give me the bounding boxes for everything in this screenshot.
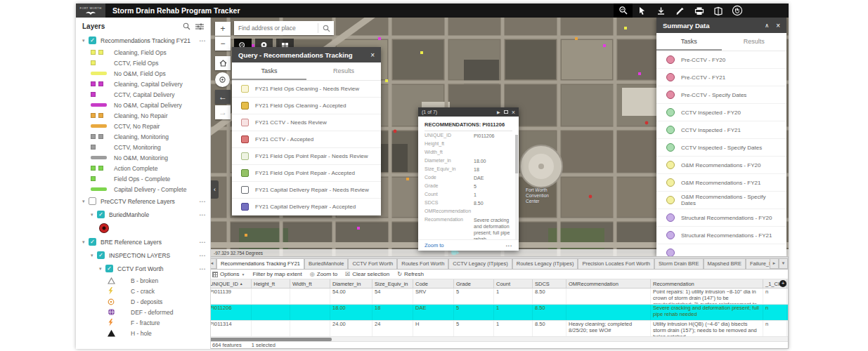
layer-checkbox[interactable]: ✓ <box>97 251 105 259</box>
layer-group-item[interactable]: ▾✓INSPECTION LAYERS••• <box>76 249 210 262</box>
popup-scrollbar[interactable] <box>515 135 518 240</box>
layer-checkbox[interactable]: ✓ <box>89 197 96 205</box>
legend-item[interactable]: Cleaning, Capital Delivery <box>76 79 210 89</box>
summary-task-item[interactable]: O&M Recommendations - FY20 <box>656 157 786 174</box>
summary-task-item[interactable]: O&M Recommendations - FY21 <box>656 174 786 192</box>
legend-item[interactable]: No O&M, Capital Delivery <box>76 100 210 110</box>
legend-item[interactable]: DEF - deformed <box>76 307 210 317</box>
column-header-code[interactable]: Code <box>413 279 454 288</box>
scrollbar-thumb[interactable] <box>211 338 332 341</box>
layer-menu-icon[interactable]: ••• <box>200 267 206 271</box>
summary-titlebar[interactable]: Summary Data ∧ × <box>656 18 786 33</box>
legend-item[interactable]: Cleaning, Field Ops <box>76 47 210 58</box>
column-header-unique_id[interactable]: UNIQUE_ID▲ <box>211 279 252 288</box>
summary-task-item[interactable]: Structural Recommendations - FY20 <box>656 209 786 227</box>
search-button[interactable] <box>318 25 334 32</box>
legend-item[interactable]: Field Ops - Complete <box>76 173 210 184</box>
layer-menu-icon[interactable]: ••• <box>200 253 206 258</box>
measure-tool-button[interactable] <box>671 4 689 18</box>
popup-next-icon[interactable]: ▶ <box>497 110 500 114</box>
column-header-height_ft[interactable]: Height_ft <box>252 279 290 288</box>
summary-task-item[interactable]: Structural Recommendations - FY21 <box>656 227 786 244</box>
print-tool-button[interactable] <box>689 4 708 18</box>
summary-task-item[interactable]: Pre-CCTV - FY20 <box>656 51 786 69</box>
legend-item[interactable]: F - fracture <box>76 317 210 328</box>
filter-by-extent-button[interactable]: Filter by map extent <box>253 271 302 277</box>
table-tab[interactable]: CCTV Legacy (ITpipes) <box>448 258 512 269</box>
table-tab[interactable]: CCTV Fort Worth <box>348 258 397 269</box>
column-header-width_ft[interactable]: Width_ft <box>290 279 330 288</box>
draw-tool-button[interactable] <box>708 4 727 18</box>
select-tool-button[interactable] <box>633 4 652 18</box>
tabs-scroll-left-button[interactable]: ◄ <box>211 258 216 269</box>
legend-item[interactable]: No O&M, Monitoring <box>76 152 210 163</box>
home-button[interactable] <box>215 56 231 70</box>
query-tool-button[interactable] <box>614 4 633 18</box>
table-tab[interactable]: Failure_Events <box>746 258 770 269</box>
legend-item[interactable]: Cleaning, No Repair <box>76 110 210 121</box>
pan-tool-button[interactable] <box>727 4 746 18</box>
summary-task-item[interactable]: CCTV Inspected - FY20 <box>656 104 786 121</box>
expand-icon[interactable]: ▾ <box>82 239 89 245</box>
query-close-icon[interactable]: × <box>370 51 375 59</box>
table-tab[interactable]: Mapshed BRE <box>704 258 746 269</box>
summary-task-item[interactable]: CCTV Inspected - FY21 <box>656 121 786 139</box>
legend-item[interactable]: Cleaning, Monitoring <box>76 131 210 142</box>
summary-task-item[interactable] <box>656 244 786 256</box>
summary-task-item[interactable]: O&M Recommendations - Specify Dates <box>656 192 786 209</box>
popup-maximize-icon[interactable] <box>504 110 508 114</box>
legend-item[interactable]: CCTV, Monitoring <box>76 142 210 152</box>
query-task-item[interactable]: FY21 Capital Delivery Repair - Needs Rev… <box>232 182 381 199</box>
query-tab-results[interactable]: Results <box>306 62 381 80</box>
query-task-item[interactable]: FY21 CCTV - Accepted <box>232 131 381 148</box>
legend-item[interactable]: CCTV, No Repair <box>76 121 210 131</box>
layer-menu-icon[interactable]: ••• <box>200 39 206 43</box>
layer-group-item[interactable]: ▾✓Recommendations Tracking FY21••• <box>76 34 210 47</box>
tabs-scroll-right-button[interactable]: ► <box>770 258 779 269</box>
layer-options-icon[interactable] <box>195 23 204 30</box>
download-tool-button[interactable] <box>652 4 671 18</box>
zoom-to-link[interactable]: Zoom to <box>425 242 444 249</box>
summary-close-icon[interactable]: × <box>776 22 780 29</box>
legend-item[interactable]: No O&M, Field Ops <box>76 68 210 79</box>
query-tab-tasks[interactable]: Tasks <box>232 62 306 80</box>
table-tab[interactable]: Recommendations Tracking FY21 <box>216 258 304 269</box>
summary-tab-tasks[interactable]: Tasks <box>656 33 722 51</box>
zoom-out-button[interactable]: − <box>215 37 231 51</box>
legend-item[interactable]: Action Complete <box>76 163 210 173</box>
table-tab[interactable]: Precision Locates Fort Worth <box>578 258 654 269</box>
expand-icon[interactable]: ▾ <box>82 199 89 204</box>
table-row[interactable]: PI01113954.0054SRV518.50Point repairs: 1… <box>211 289 788 305</box>
zoom-to-button[interactable]: ◎Zoom to <box>310 271 337 277</box>
layer-search-icon[interactable] <box>183 22 190 30</box>
table-row[interactable]: PI01131424.0024H518.50Heavy cleaning; co… <box>211 321 788 337</box>
table-row[interactable]: PI01120618.0018DAE518.50Severe cracking … <box>211 305 788 321</box>
layer-group-item[interactable]: ▾✓PreCCTV Reference Layers••• <box>76 194 210 208</box>
summary-task-item[interactable]: Pre-CCTV - Specify Dates <box>656 86 786 104</box>
popup-more-icon[interactable]: ••• <box>506 244 512 248</box>
tabs-dropdown-button[interactable]: ▼ <box>779 258 788 269</box>
popup-header[interactable]: (1 of 7) ▶ × <box>418 107 519 117</box>
next-extent-button[interactable]: → <box>215 105 231 119</box>
layer-group-item[interactable]: ▾✓BRE Reference Layers••• <box>76 235 210 249</box>
query-dialog-titlebar[interactable]: Query - Recommendations Tracking × <box>232 47 381 62</box>
table-tab[interactable]: Routes Fort Worth <box>397 258 448 269</box>
column-header-recommendation[interactable]: Recommendation <box>651 279 763 288</box>
layer-menu-icon[interactable]: ••• <box>200 199 206 204</box>
query-task-item[interactable]: FY21 Field Ops Point Repair - Needs Revi… <box>232 148 381 165</box>
expand-icon[interactable]: ▾ <box>99 266 105 272</box>
expand-icon[interactable]: ▾ <box>82 38 89 44</box>
legend-item[interactable]: D - deposits <box>76 296 210 307</box>
column-header-count[interactable]: Count <box>494 279 533 288</box>
layer-checkbox[interactable]: ✓ <box>105 265 113 272</box>
column-header-omrecommendation[interactable]: OMRecommendation <box>566 279 651 288</box>
expand-icon[interactable]: ▾ <box>91 253 97 258</box>
column-header-sdcs[interactable]: SDCS <box>533 279 566 288</box>
summary-task-item[interactable]: CCTV Inspected - Specify Dates <box>656 139 786 157</box>
expand-icon[interactable]: ▾ <box>91 212 97 218</box>
table-tab[interactable]: Storm Drain BRE <box>654 258 704 269</box>
layer-menu-icon[interactable]: ••• <box>200 240 206 244</box>
layer-menu-icon[interactable]: ••• <box>200 213 206 217</box>
options-menu-button[interactable]: Options▼ <box>212 271 245 277</box>
clear-selection-button[interactable]: ☒Clear selection <box>345 271 389 277</box>
